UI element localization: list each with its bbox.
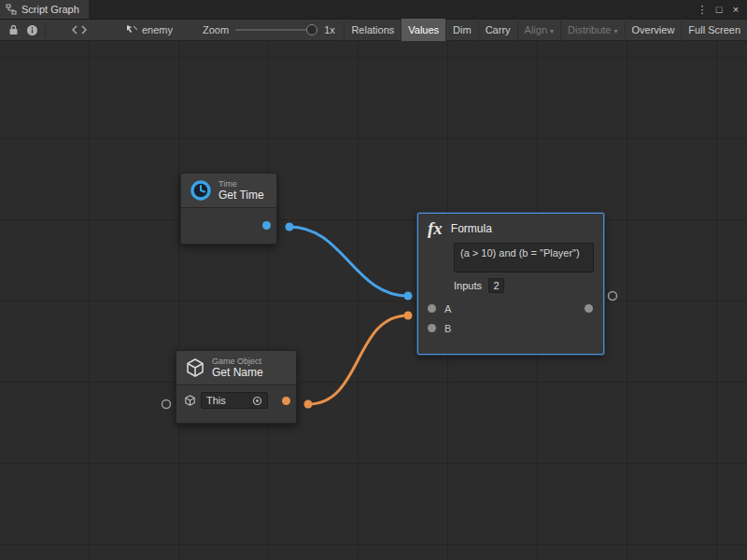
dim-button[interactable]: Dim — [445, 19, 478, 41]
close-icon[interactable]: × — [728, 2, 743, 17]
overview-button[interactable]: Overview — [625, 19, 682, 41]
node-title: Get Time — [218, 189, 264, 202]
wire-endpoint[interactable] — [404, 312, 413, 320]
zoom-slider[interactable] — [235, 24, 317, 35]
graph-target-label: enemy — [142, 24, 173, 35]
output-port[interactable] — [282, 397, 290, 405]
node-get-name-header[interactable]: Game Object Get Name — [176, 351, 296, 385]
window-menu-icon[interactable]: ⋮ — [695, 2, 710, 17]
target-object-field[interactable]: This — [201, 392, 268, 409]
input-port-b[interactable] — [428, 324, 436, 332]
wires-layer — [0, 41, 747, 558]
node-title: Get Name — [212, 367, 263, 379]
carry-button[interactable]: Carry — [478, 19, 517, 41]
relations-button[interactable]: Relations — [344, 19, 401, 41]
toolbar-buttons: Relations Values Dim Carry Align ▾ Distr… — [344, 19, 747, 41]
formula-inputs-row: Inputs 2 — [454, 278, 596, 293]
unconnected-input-ring[interactable] — [162, 400, 171, 409]
wire-endpoint[interactable] — [404, 292, 413, 301]
maximize-icon[interactable]: □ — [712, 2, 726, 17]
graph-canvas[interactable]: Time Get Time fx Formula (a > 10) and (b… — [0, 41, 747, 560]
cube-icon — [185, 357, 205, 379]
port-label-b: B — [444, 323, 451, 334]
code-icon[interactable] — [70, 20, 89, 40]
chevron-down-icon: ▾ — [614, 27, 618, 35]
zoom-slider-handle[interactable] — [306, 24, 317, 35]
full-screen-button[interactable]: Full Screen — [681, 19, 747, 41]
node-get-time[interactable]: Time Get Time — [180, 173, 277, 245]
node-get-time-header[interactable]: Time Get Time — [181, 174, 276, 208]
zoom-label: Zoom — [203, 24, 229, 35]
wire-getname-to-formula[interactable] — [308, 315, 408, 404]
node-formula[interactable]: fx Formula (a > 10) and (b = "Player") I… — [417, 213, 604, 355]
script-graph-window: Script Graph ⋮ □ × — [0, 0, 747, 560]
title-bar: Script Graph ⋮ □ × — [0, 0, 747, 19]
graph-toolbar: enemy Zoom 1x Relations Values Dim Carry — [0, 19, 747, 41]
output-port[interactable] — [262, 221, 271, 230]
port-row-b: B — [418, 318, 603, 338]
unconnected-output-ring[interactable] — [609, 292, 617, 301]
zoom-slider-track — [235, 29, 317, 31]
toolbar-separator — [45, 22, 46, 37]
formula-icon: fx — [428, 220, 443, 237]
info-icon[interactable] — [22, 20, 41, 40]
object-picker-icon[interactable] — [252, 396, 262, 406]
node-get-name-body: This — [176, 385, 296, 415]
zoom-group: Zoom 1x — [203, 24, 335, 35]
clock-icon — [190, 179, 212, 202]
node-get-time-body — [181, 208, 276, 244]
script-graph-icon — [6, 4, 17, 15]
port-row-a: A — [418, 299, 603, 318]
port-label-a: A — [444, 303, 451, 315]
align-button[interactable]: Align ▾ — [517, 19, 560, 41]
tab-title: Script Graph — [21, 4, 79, 15]
graph-target-group[interactable]: enemy — [126, 24, 173, 35]
values-button[interactable]: Values — [401, 19, 445, 41]
distribute-button[interactable]: Distribute ▾ — [560, 19, 624, 41]
zoom-value: 1x — [324, 24, 335, 35]
wire-time-to-formula[interactable] — [289, 227, 408, 296]
inputs-label: Inputs — [454, 280, 482, 291]
wire-endpoint[interactable] — [286, 223, 294, 231]
target-object-value: This — [206, 395, 226, 406]
cube-icon — [184, 394, 196, 407]
inputs-count-field[interactable]: 2 — [488, 278, 504, 293]
input-port-a[interactable] — [428, 304, 436, 313]
node-get-name[interactable]: Game Object Get Name This — [176, 350, 297, 424]
chevron-down-icon: ▾ — [550, 27, 554, 35]
window-controls: ⋮ □ × — [695, 2, 747, 17]
node-title: Formula — [451, 222, 492, 235]
wire-endpoint[interactable] — [304, 400, 313, 409]
lock-icon[interactable] — [4, 20, 22, 40]
pointer-icon — [126, 24, 138, 35]
output-port[interactable] — [585, 304, 593, 313]
node-formula-header[interactable]: fx Formula — [418, 214, 603, 241]
tab-script-graph[interactable]: Script Graph — [0, 0, 89, 19]
node-get-name-footer — [176, 415, 296, 423]
formula-expression-field[interactable]: (a > 10) and (b = "Player") — [454, 243, 594, 273]
